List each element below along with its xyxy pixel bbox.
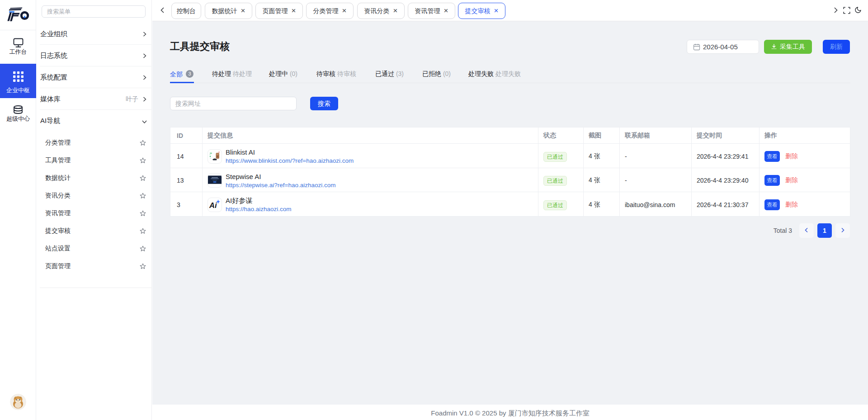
svg-text:Ai: Ai	[209, 201, 217, 209]
